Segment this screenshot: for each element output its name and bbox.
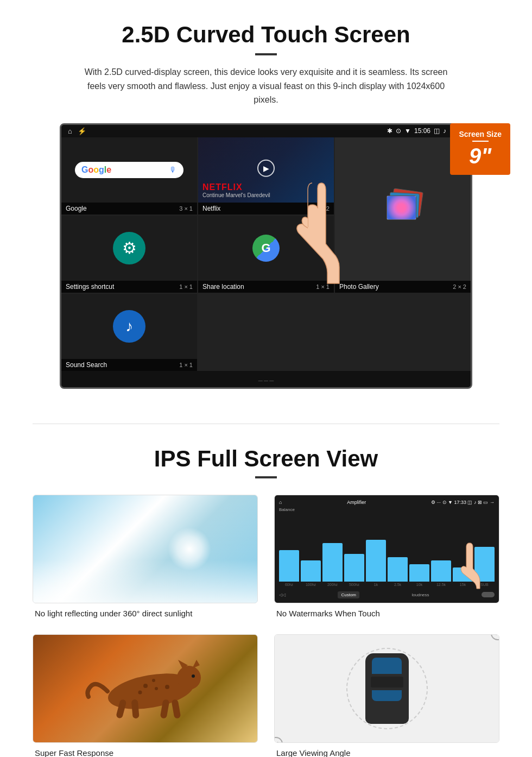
eq-loudness-label: loudness — [412, 592, 429, 597]
sky-visual — [33, 495, 257, 603]
netflix-logo: NETFLIX — [202, 182, 243, 192]
svg-point-13 — [192, 674, 195, 678]
eq-topbar: ⌂ Amplifier ⚙ ··· ⊙ ▼ 17:33 ◫ ♪ ⊠ ▭ → — [279, 500, 495, 505]
netflix-cell-footer: Netflix 3 × 2 — [198, 203, 334, 215]
eq-title: Amplifier — [347, 500, 366, 505]
device-mockup: ⌂ ⚡ ✱ ⊙ ▼ 15:06 ◫ ♪ ⊠ ▭ — [60, 123, 472, 389]
fast-response-caption: Super Fast Response — [33, 748, 258, 757]
netflix-cell-content: ▶ NETFLIX Continue Marvel's Daredevil — [198, 137, 334, 203]
location-icon: ⊙ — [396, 127, 401, 135]
eq-bar-200hz: 200hz — [322, 517, 343, 586]
sunlight-image — [33, 495, 258, 603]
svg-point-9 — [155, 687, 158, 690]
eq-bar-10k: 10k — [409, 517, 429, 586]
eq-visual: ⌂ Amplifier ⚙ ··· ⊙ ▼ 17:33 ◫ ♪ ⊠ ▭ → Ba… — [275, 495, 499, 603]
feature-fast-response: Super Fast Response — [33, 634, 258, 757]
svg-point-8 — [143, 684, 148, 688]
watermarks-caption: No Watermarks When Touch — [274, 609, 499, 618]
statusbar-left: ⌂ ⚡ — [68, 127, 86, 135]
cheetah-svg — [64, 648, 227, 729]
feature-grid: No light reflecting under 360° direct su… — [33, 495, 499, 757]
time-display: 15:06 — [414, 127, 430, 135]
ips-screen-section: IPS Full Screen View No light reflecting… — [0, 440, 532, 757]
eq-bar-fill — [366, 540, 386, 582]
settings-cell-content: ⚙ — [61, 216, 197, 281]
arrow-circle-2: ↙ — [274, 737, 283, 743]
svg-rect-7 — [171, 699, 181, 719]
sound-search-content: ♪ — [61, 294, 197, 359]
car-circle — [346, 648, 428, 729]
photo-gallery-size: 2 × 2 — [453, 283, 466, 290]
feature-watermarks: ⌂ Amplifier ⚙ ··· ⊙ ▼ 17:33 ◫ ♪ ⊠ ▭ → Ba… — [274, 495, 499, 618]
sun-flare — [168, 527, 211, 571]
eq-hand-icon — [450, 540, 488, 589]
sound-search-app-cell[interactable]: ♪ Sound Search 1 × 1 — [61, 294, 197, 371]
cheetah-image — [33, 634, 258, 743]
curved-screen-section: 2.5D Curved Touch Screen With 2.5D curve… — [0, 0, 532, 407]
netflix-label: Netflix — [202, 205, 220, 212]
eq-loudness-toggle[interactable] — [482, 592, 495, 597]
car-windshield-top — [372, 658, 402, 674]
google-cell-content: Google 🎙 — [61, 137, 197, 203]
music-note-icon: ♪ — [125, 318, 133, 335]
status-bar: ⌂ ⚡ ✱ ⊙ ▼ 15:06 ◫ ♪ ⊠ ▭ — [61, 125, 471, 137]
device-screen: ⌂ ⚡ ✱ ⊙ ▼ 15:06 ◫ ♪ ⊠ ▭ — [60, 123, 472, 389]
mic-icon: 🎙 — [169, 166, 177, 174]
settings-cell-footer: Settings shortcut 1 × 1 — [61, 281, 197, 293]
arrow-circle-1: ↗ — [491, 634, 499, 640]
settings-app-cell[interactable]: ⚙ Settings shortcut 1 × 1 — [61, 216, 197, 293]
eq-bar-fill — [344, 554, 364, 582]
car-visual: ↗ ↙ — [275, 635, 499, 742]
google-cell-footer: Google 3 × 1 — [61, 203, 197, 215]
sound-search-label: Sound Search — [66, 361, 107, 369]
viewing-angle-caption: Large Viewing Angle — [274, 748, 499, 757]
volume-icon: ♪ — [443, 127, 446, 135]
google-app-cell[interactable]: Google 🎙 Google 3 × 1 — [61, 137, 197, 215]
screen-size-badge: Screen Size 9" — [450, 123, 510, 175]
google-logo: Google — [81, 165, 111, 175]
eq-balance-label: Balance — [279, 507, 295, 512]
netflix-subtitle: Continue Marvel's Daredevil — [202, 192, 270, 198]
eq-bottom-bar: ◁◁ Custom loudness — [279, 591, 495, 598]
svg-point-10 — [138, 690, 142, 694]
flower-image — [387, 196, 416, 219]
eq-home-icon: ⌂ — [279, 500, 282, 505]
sunlight-caption: No light reflecting under 360° direct su… — [33, 609, 258, 618]
car-windshield-bottom — [372, 690, 402, 701]
bluetooth-icon: ✱ — [387, 127, 392, 135]
svg-point-1 — [177, 666, 201, 690]
section1-title: 2.5D Curved Touch Screen — [33, 22, 499, 48]
eq-bar-2k5: 2.5k — [388, 517, 408, 586]
eq-bar-12k5: 12.5k — [431, 517, 451, 586]
eq-icons: ⚙ ··· ⊙ ▼ 17:33 ◫ ♪ ⊠ ▭ → — [431, 500, 495, 505]
share-location-app-cell[interactable]: G Share location 1 × 1 — [198, 216, 334, 293]
google-label: Google — [66, 205, 87, 212]
share-location-footer: Share location 1 × 1 — [198, 281, 334, 293]
app-grid: Google 🎙 Google 3 × 1 ▶ — [61, 137, 471, 371]
netflix-play-button[interactable]: ▶ — [257, 160, 275, 177]
google-size: 3 × 1 — [179, 205, 193, 212]
title-underline-2 — [255, 476, 277, 478]
svg-point-11 — [152, 679, 155, 682]
netflix-bg: ▶ NETFLIX Continue Marvel's Daredevil — [198, 137, 334, 203]
eq-bar-fill — [409, 564, 429, 582]
settings-icon-wrap: ⚙ — [113, 232, 145, 264]
eq-bar-fill — [279, 550, 299, 582]
eq-custom-button[interactable]: Custom — [338, 591, 359, 598]
title-underline — [255, 53, 277, 55]
section2-title: IPS Full Screen View — [33, 446, 499, 472]
netflix-app-cell[interactable]: ▶ NETFLIX Continue Marvel's Daredevil Ne… — [198, 137, 334, 215]
sound-search-size: 1 × 1 — [179, 362, 193, 368]
share-location-label: Share location — [202, 283, 244, 291]
eq-bar-500hz: 500hz — [344, 517, 364, 586]
gear-icon: ⚙ — [122, 238, 137, 257]
car-image: ↗ ↙ — [274, 634, 499, 743]
usb-icon: ⚡ — [78, 127, 86, 135]
svg-point-12 — [165, 685, 169, 689]
cheetah-visual — [33, 635, 257, 742]
settings-label: Settings shortcut — [66, 283, 114, 291]
photo-stack — [384, 190, 422, 228]
netflix-size: 3 × 2 — [316, 205, 330, 212]
equalizer-image: ⌂ Amplifier ⚙ ··· ⊙ ▼ 17:33 ◫ ♪ ⊠ ▭ → Ba… — [274, 495, 499, 603]
settings-size: 1 × 1 — [179, 283, 193, 290]
